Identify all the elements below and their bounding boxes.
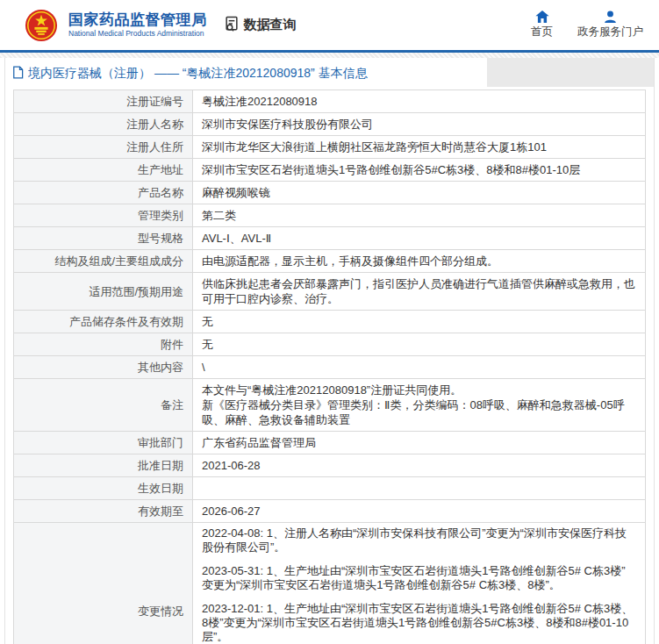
- table-row: 备注本文件与“粤械注准20212080918”注册证共同使用。新《医疗器械分类目…: [14, 378, 645, 431]
- row-label: 备注: [14, 379, 193, 431]
- table-row: 生产地址深圳市宝安区石岩街道塘头1号路创维创新谷5#C栋3楼、8楼和8#楼01-…: [14, 158, 645, 181]
- breadcrumb-right-panel: [487, 58, 654, 87]
- nav-home[interactable]: 首页: [531, 11, 553, 39]
- table-row: 审批部门广东省药品监督管理局: [14, 431, 645, 454]
- row-label: 变更情况: [14, 523, 193, 644]
- table-row: 有效期至2026-06-27: [14, 499, 645, 522]
- row-label: 注册证编号: [14, 90, 193, 112]
- row-value: 无: [193, 333, 645, 355]
- row-value: 2022-04-08: 1、注册人名称由“深圳市安保科技有限公司”变更为“深圳市…: [193, 523, 645, 644]
- row-label: 审批部门: [14, 432, 193, 454]
- nav-home-label: 首页: [531, 25, 553, 39]
- agency-title: 国家药品监督管理局: [68, 11, 207, 29]
- table-row: 注册证编号粤械注准20212080918: [14, 90, 645, 112]
- content-box: 境内医疗器械（注册） —— “粤械注准20212080918” 基本信息 注册证…: [4, 58, 655, 644]
- row-value: 第二类: [193, 204, 645, 226]
- user-icon: [604, 11, 617, 23]
- table-row: 生效日期: [14, 476, 645, 499]
- table-row: 产品储存条件及有效期无: [14, 310, 645, 333]
- row-label: 产品储存条件及有效期: [14, 311, 193, 333]
- table-row: 型号规格AVL-Ⅰ、AVL-Ⅱ: [14, 226, 645, 249]
- agency-names: 国家药品监督管理局 National Medical Products Admi…: [68, 11, 207, 39]
- table-row: 产品名称麻醉视频喉镜: [14, 181, 645, 204]
- table-row: 结构及组成/主要组成成分由电源适配器，显示主机，手柄及摄像组件四个部分组成。: [14, 249, 645, 272]
- row-label: 注册人住所: [14, 136, 193, 158]
- table-row: 适用范围/预期用途供临床挑起患者会厌部暴露声门，指引医护人员准确进行气道插管供麻…: [14, 272, 645, 310]
- row-label: 注册人名称: [14, 113, 193, 135]
- table-row: 批准日期2021-06-28: [14, 454, 645, 476]
- detail-table-rows: 注册证编号粤械注准20212080918注册人名称深圳市安保医疗科技股份有限公司…: [14, 90, 645, 644]
- row-label: 产品名称: [14, 182, 193, 204]
- document-search-icon: [223, 15, 240, 35]
- header-nav: 首页 政务服务门户: [531, 11, 650, 39]
- row-value: 供临床挑起患者会厌部暴露声门，指引医护人员准确进行气道插管供麻醉或急救用，也可用…: [193, 273, 645, 310]
- row-label: 有效期至: [14, 500, 193, 522]
- row-label: 批准日期: [14, 454, 193, 476]
- nav-gov-portal-label: 政务服务门户: [577, 25, 643, 39]
- table-row: 变更情况2022-04-08: 1、注册人名称由“深圳市安保科技有限公司”变更为…: [14, 522, 645, 644]
- row-value: 无: [193, 311, 645, 333]
- agency-logo-group: 国家药品监督管理局 National Medical Products Admi…: [25, 9, 207, 42]
- row-value: 本文件与“粤械注准20212080918”注册证共同使用。新《医疗器械分类目录》…: [193, 379, 645, 431]
- row-value: [193, 477, 645, 499]
- row-label: 管理类别: [14, 204, 193, 226]
- data-query-section[interactable]: 数据查询: [223, 15, 297, 35]
- row-value: 广东省药品监督管理局: [193, 432, 645, 454]
- breadcrumb-text: 境内医疗器械（注册） —— “粤械注准20212080918” 基本信息: [28, 66, 368, 82]
- row-label: 生效日期: [14, 477, 193, 499]
- site-header: 国家药品监督管理局 National Medical Products Admi…: [0, 0, 659, 53]
- table-row: 注册人名称深圳市安保医疗科技股份有限公司: [14, 112, 645, 135]
- row-value: \: [193, 356, 645, 378]
- home-icon: [535, 11, 549, 23]
- table-row: 其他内容\: [14, 355, 645, 378]
- row-value: 由电源适配器，显示主机，手柄及摄像组件四个部分组成。: [193, 250, 645, 272]
- row-value: 2026-06-27: [193, 500, 645, 522]
- row-value: AVL-Ⅰ、AVL-Ⅱ: [193, 227, 645, 249]
- row-label: 结构及组成/主要组成成分: [14, 250, 193, 272]
- table-row: 管理类别第二类: [14, 204, 645, 226]
- row-label: 附件: [14, 333, 193, 355]
- row-value: 深圳市安保医疗科技股份有限公司: [193, 113, 645, 135]
- row-value: 2021-06-28: [193, 454, 645, 476]
- table-row: 附件无: [14, 333, 645, 355]
- row-value: 深圳市宝安区石岩街道塘头1号路创维创新谷5#C栋3楼、8楼和8#楼01-10层: [193, 159, 645, 181]
- agency-subtitle: National Medical Products Administration: [68, 29, 207, 39]
- row-label: 适用范围/预期用途: [14, 273, 193, 310]
- table-row: 注册人住所深圳市龙华区大浪街道上横朗社区福龙路旁恒大时尚慧谷大厦1栋101: [14, 135, 645, 158]
- row-value: 深圳市龙华区大浪街道上横朗社区福龙路旁恒大时尚慧谷大厦1栋101: [193, 136, 645, 158]
- detail-table: 注册证编号粤械注准20212080918注册人名称深圳市安保医疗科技股份有限公司…: [13, 89, 646, 644]
- row-value: 麻醉视频喉镜: [193, 182, 645, 204]
- row-label: 型号规格: [14, 227, 193, 249]
- nav-gov-portal[interactable]: 政务服务门户: [577, 11, 643, 39]
- row-value: 粤械注准20212080918: [193, 90, 645, 112]
- data-query-label: 数据查询: [244, 17, 297, 33]
- national-emblem-logo: [25, 9, 58, 42]
- row-label: 其他内容: [14, 356, 193, 378]
- document-icon: [12, 66, 24, 82]
- row-label: 生产地址: [14, 159, 193, 181]
